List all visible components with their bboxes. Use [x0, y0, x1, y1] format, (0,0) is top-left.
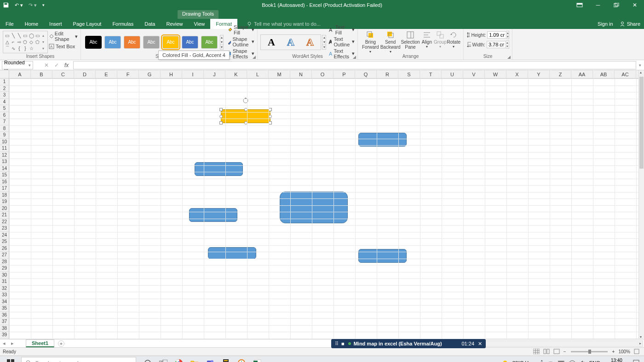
page-break-view-icon[interactable]	[553, 349, 560, 355]
language-indicator[interactable]: ENG	[589, 360, 600, 362]
text-box-button[interactable]: AText Box	[49, 44, 78, 49]
shape-styles-launcher[interactable]: ◢	[253, 55, 256, 59]
notepad-icon[interactable]	[218, 356, 234, 362]
tab-formulas[interactable]: Formulas	[107, 19, 139, 29]
wifi-icon[interactable]	[569, 360, 575, 362]
col-header-P[interactable]: P	[334, 70, 355, 78]
cortana-icon[interactable]	[140, 356, 155, 362]
teams-icon[interactable]	[202, 356, 218, 362]
shape-style-4[interactable]: Abc	[162, 36, 179, 49]
col-header-N[interactable]: N	[290, 70, 312, 78]
col-header-Q[interactable]: Q	[355, 70, 377, 78]
row-header-14[interactable]: 14	[0, 165, 9, 172]
row-header-17[interactable]: 17	[0, 185, 9, 192]
col-header-Y[interactable]: Y	[528, 70, 550, 78]
zoom-in-button[interactable]: +	[612, 349, 615, 354]
row-header-25[interactable]: 25	[0, 238, 9, 245]
col-header-A[interactable]: A	[9, 70, 31, 78]
row-header-12[interactable]: 12	[0, 152, 9, 159]
width-spinner[interactable]: ▴▾	[506, 40, 509, 49]
col-header-O[interactable]: O	[312, 70, 334, 78]
col-header-F[interactable]: F	[117, 70, 139, 78]
tab-home[interactable]: Home	[19, 19, 44, 29]
save-icon[interactable]	[3, 2, 9, 8]
row-header-38[interactable]: 38	[0, 325, 9, 332]
notifications-icon[interactable]	[633, 360, 639, 362]
clock-app-icon[interactable]	[234, 356, 249, 362]
resize-handle-r[interactable]	[269, 115, 272, 118]
row-header-9[interactable]: 9	[0, 132, 9, 139]
row-header-27[interactable]: 27	[0, 252, 9, 259]
recording-close-icon[interactable]: ✕	[478, 341, 482, 347]
wordart-style-1[interactable]: A	[263, 36, 280, 49]
col-header-Z[interactable]: Z	[550, 70, 571, 78]
shape-style-6[interactable]: Abc	[201, 36, 218, 49]
col-header-AB[interactable]: AB	[593, 70, 615, 78]
sheet-tab-sheet1[interactable]: Sheet1	[26, 339, 54, 347]
minimize-button[interactable]: ─	[589, 0, 607, 10]
onedrive-icon[interactable]	[547, 360, 554, 362]
row-header-20[interactable]: 20	[0, 205, 9, 212]
rounded-rectangle-7[interactable]	[358, 249, 407, 263]
row-header-15[interactable]: 15	[0, 172, 9, 179]
resize-handle-tl[interactable]	[219, 108, 223, 111]
col-header-L[interactable]: L	[247, 70, 269, 78]
shape-fill-button[interactable]: Shape Fill ▾	[227, 24, 254, 35]
resize-handle-tr[interactable]	[269, 108, 272, 111]
tray-chevron-icon[interactable]: ˄	[540, 360, 543, 362]
row-header-24[interactable]: 24	[0, 232, 9, 239]
sheet-nav-next[interactable]: ▸	[8, 340, 17, 346]
size-launcher[interactable]: ◢	[507, 55, 511, 59]
col-header-U[interactable]: U	[442, 70, 463, 78]
col-header-AC[interactable]: AC	[615, 70, 636, 78]
col-header-AA[interactable]: AA	[571, 70, 593, 78]
page-layout-view-icon[interactable]	[543, 349, 550, 355]
name-box[interactable]: Rounded ...▾	[2, 61, 33, 69]
redo-button[interactable]: ↷ ▾	[29, 2, 37, 8]
zoom-slider[interactable]	[571, 351, 608, 352]
zoom-level[interactable]: 100%	[618, 349, 630, 354]
shape-textbox-icon[interactable]: ▭	[4, 32, 10, 39]
rounded-rectangle-3[interactable]	[195, 162, 243, 176]
column-headers[interactable]: ABCDEFGHIJKLMNOPQRSTUVWXYZAAABAC	[9, 70, 638, 79]
excel-taskbar-icon[interactable]: X	[249, 356, 265, 362]
row-headers[interactable]: 1234567891011121314151617181920212223242…	[0, 79, 9, 339]
vertical-scrollbar[interactable]: ▴ ▾	[638, 70, 644, 339]
signin-link[interactable]: Sign in	[598, 21, 613, 27]
shape-style-0[interactable]: Abc	[85, 36, 102, 49]
row-header-31[interactable]: 31	[0, 278, 9, 285]
shape-style-scroll[interactable]: ▴▾▾	[220, 35, 224, 50]
row-header-6[interactable]: 6	[0, 112, 9, 119]
formula-bar[interactable]	[73, 61, 636, 69]
vscroll-thumb[interactable]	[639, 77, 644, 169]
volume-icon[interactable]	[579, 360, 586, 362]
row-header-5[interactable]: 5	[0, 105, 9, 112]
tab-data[interactable]: Data	[139, 19, 161, 29]
row-header-33[interactable]: 33	[0, 292, 9, 299]
select-all-corner[interactable]	[0, 70, 9, 79]
text-outline-button[interactable]: AText Outline ▾	[328, 36, 355, 47]
col-header-J[interactable]: J	[204, 70, 225, 78]
taskbar-search[interactable]: Type here to search	[21, 357, 136, 362]
chrome-icon[interactable]	[171, 356, 187, 362]
bring-forward-button[interactable]: Bring Forward▾	[361, 31, 380, 54]
tab-review[interactable]: Review	[161, 19, 188, 29]
col-header-W[interactable]: W	[485, 70, 506, 78]
tab-view[interactable]: View	[189, 19, 211, 29]
rounded-rectangle-6[interactable]	[208, 247, 256, 259]
col-header-G[interactable]: G	[139, 70, 161, 78]
shape-style-2[interactable]: Abc	[124, 36, 140, 49]
row-header-35[interactable]: 35	[0, 305, 9, 312]
row-header-26[interactable]: 26	[0, 245, 9, 252]
row-header-19[interactable]: 19	[0, 198, 9, 205]
cell-area[interactable]	[9, 79, 638, 339]
wordart-scroll[interactable]: ▴▾▾	[322, 35, 326, 50]
battery-icon[interactable]	[558, 361, 565, 362]
row-header-30[interactable]: 30	[0, 272, 9, 279]
wordart-style-3[interactable]: A	[302, 36, 318, 49]
col-header-K[interactable]: K	[225, 70, 247, 78]
row-header-21[interactable]: 21	[0, 212, 9, 219]
rounded-rectangle-2[interactable]	[358, 133, 407, 147]
col-header-E[interactable]: E	[96, 70, 117, 78]
fx-icon[interactable]: fx	[64, 62, 69, 68]
